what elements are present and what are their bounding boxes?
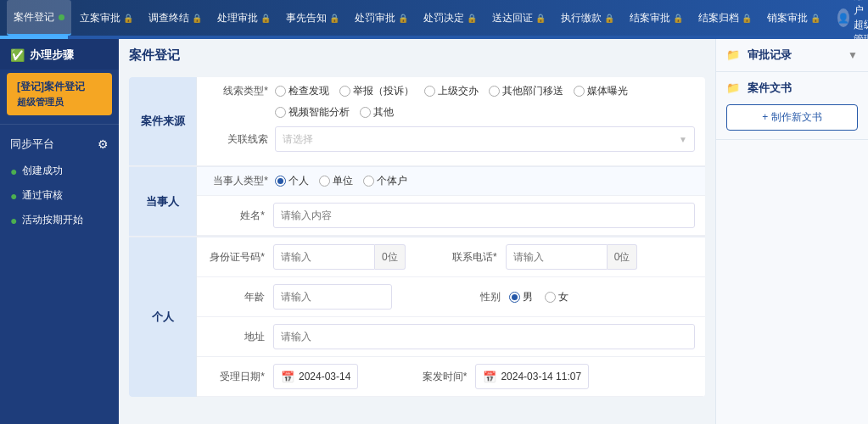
party-type-selfemployed[interactable]: 个体户 [363, 174, 407, 188]
nav-item-cancel-review[interactable]: 销案审批 🔒 [760, 0, 827, 36]
folder-icon-docs: 📁 [726, 81, 740, 94]
radio-report [339, 86, 350, 97]
id-input[interactable] [273, 244, 375, 270]
approval-records-header[interactable]: 📁 审批记录 ▼ [726, 47, 858, 63]
nav-item-archive[interactable]: 结案归档 🔒 [692, 0, 759, 36]
gender-female-label: 女 [558, 290, 568, 304]
party-type-unit[interactable]: 单位 [319, 174, 353, 188]
nav-item-prior-notice[interactable]: 事先告知 🔒 [279, 0, 346, 36]
case-source-section: 案件来源 线索类型* 检查发现 [129, 77, 705, 165]
nav-item-penalty-decision[interactable]: 处罚决定 🔒 [417, 0, 484, 36]
case-time-field[interactable]: 📅 2024-03-14 11:07 [475, 364, 589, 389]
phone-label: 联系电话* [440, 250, 497, 265]
party-type-label-2: 个体户 [377, 174, 407, 188]
case-time-label: 案发时间* [409, 370, 467, 384]
gender-male[interactable]: 男 [509, 290, 533, 304]
phone-input[interactable] [506, 244, 608, 270]
address-input[interactable] [273, 324, 695, 349]
nav-item-file-review[interactable]: 立案审批 🔒 [73, 0, 140, 36]
clue-option-label-5: 视频智能分析 [288, 105, 350, 120]
sidebar-active-step-user: 超级管理员 [17, 96, 102, 109]
phone-suffix-btn: 0位 [608, 244, 638, 270]
status-dot-approve: ● [10, 189, 17, 203]
individual-section: 个人 身份证号码* 0位 联系电话* [129, 237, 705, 397]
case-source-section-label: 案件来源 [129, 77, 197, 165]
clue-option-label-4: 媒体曝光 [587, 84, 628, 98]
clue-type-row: 线索类型* 检查发现 举报（投诉） [207, 84, 695, 98]
approval-records-header-content: 📁 审批记录 [726, 47, 792, 63]
id-input-group: 0位 [273, 244, 406, 270]
nav-item-investigation[interactable]: 调查终结 🔒 [142, 0, 209, 36]
sidebar-active-step-title: [登记]案件登记 [17, 80, 102, 94]
related-clue-row: 关联线索 请选择 ▼ [207, 126, 695, 152]
lock-icon-3: 🔒 [260, 14, 271, 23]
individual-section-label: 个人 [129, 237, 197, 397]
party-section-label: 当事人 [129, 167, 197, 236]
gear-icon[interactable]: ⚙ [98, 137, 109, 151]
case-documents-header-content: 📁 案件文书 [726, 81, 792, 96]
nav-dot-case-register [59, 14, 64, 20]
sidebar-status-approve-label: 通过审核 [22, 188, 63, 203]
sidebar-sync-label: 同步平台 [10, 137, 54, 152]
radio-check-discover [275, 86, 286, 97]
clue-option-report[interactable]: 举报（投诉） [339, 84, 414, 98]
phone-input-group: 0位 [506, 244, 638, 270]
case-documents-label: 案件文书 [748, 81, 792, 94]
sidebar-status-start: ● 活动按期开始 [0, 208, 119, 232]
right-panel: 📁 审批记录 ▼ 📁 案件文书 + 制作新文书 [715, 39, 868, 424]
clue-type-label: 线索类型* [207, 84, 268, 98]
main-layout: ✅ 办理步骤 [登记]案件登记 超级管理员 同步平台 ⚙ ● 创建成功 ● 通过… [0, 39, 868, 424]
gender-label: 性别 [443, 290, 501, 304]
party-section: 当事人 当事人类型* 个人 [129, 166, 705, 236]
user-avatar-icon: 👤 [837, 8, 849, 27]
age-input[interactable] [273, 284, 392, 310]
party-type-individual[interactable]: 个人 [275, 174, 309, 188]
radio-selfemployed [363, 176, 374, 187]
clue-option-transfer[interactable]: 其他部门移送 [489, 84, 563, 98]
clue-option-label-1: 举报（投诉） [353, 84, 414, 98]
new-document-button[interactable]: + 制作新文书 [726, 104, 858, 131]
address-label: 地址 [207, 330, 265, 344]
nav-item-execution[interactable]: 执行缴款 🔒 [554, 0, 621, 36]
receive-date-field[interactable]: 📅 2024-03-14 [273, 364, 358, 389]
radio-superior [424, 86, 435, 97]
lock-icon-9: 🔒 [673, 14, 683, 23]
nav-item-penalty-review[interactable]: 处罚审批 🔒 [348, 0, 415, 36]
sidebar-active-step[interactable]: [登记]案件登记 超级管理员 [7, 73, 112, 115]
nav-label-execution: 执行缴款 [561, 11, 602, 25]
nav-label-archive: 结案归档 [698, 11, 739, 25]
sidebar-steps-header: ✅ 办理步骤 [0, 39, 119, 70]
nav-label-cancel-review: 销案审批 [767, 11, 808, 25]
related-clue-select[interactable]: 请选择 ▼ [275, 126, 695, 152]
approval-records-label: 审批记录 [748, 48, 792, 61]
folder-icon-approval: 📁 [726, 48, 740, 61]
nav-item-case-register[interactable]: 案件登记 [7, 0, 71, 36]
radio-unit [319, 176, 330, 187]
lock-icon-2: 🔒 [192, 14, 202, 23]
individual-content: 身份证号码* 0位 联系电话* 0位 [197, 237, 705, 397]
clue-option-media[interactable]: 媒体曝光 [574, 84, 628, 98]
radio-male [509, 292, 520, 303]
nav-item-process-review[interactable]: 处理审批 🔒 [210, 0, 277, 36]
radio-media [574, 86, 585, 97]
case-documents-header[interactable]: 📁 案件文书 [726, 81, 858, 96]
clue-option-superior[interactable]: 上级交办 [424, 84, 479, 98]
clue-option-check-discover[interactable]: 检查发现 [275, 84, 329, 98]
name-input[interactable] [273, 203, 695, 228]
sidebar-status-create: ● 创建成功 [0, 159, 119, 183]
clue-option-label-0: 检查发现 [288, 84, 329, 98]
clue-option-other[interactable]: 其他 [360, 105, 394, 120]
clue-type-options-2: 视频智能分析 其他 [275, 105, 394, 120]
sidebar-status-approve: ● 通过审核 [0, 183, 119, 208]
nav-item-delivery-confirm[interactable]: 送达回证 🔒 [485, 0, 552, 36]
radio-female [545, 292, 556, 303]
gender-female[interactable]: 女 [545, 290, 568, 304]
clue-option-ai[interactable]: 视频智能分析 [275, 105, 350, 120]
page-title: 案件登记 [129, 47, 705, 69]
nav-item-close-review[interactable]: 结案审批 🔒 [623, 0, 690, 36]
content-area: 案件登记 案件来源 线索类型* 检查发现 [119, 39, 868, 424]
nav-label-investigation: 调查终结 [148, 11, 189, 25]
sidebar-status-create-label: 创建成功 [22, 164, 63, 178]
nav-label-delivery-confirm: 送达回证 [492, 11, 533, 25]
lock-icon-7: 🔒 [535, 14, 546, 23]
